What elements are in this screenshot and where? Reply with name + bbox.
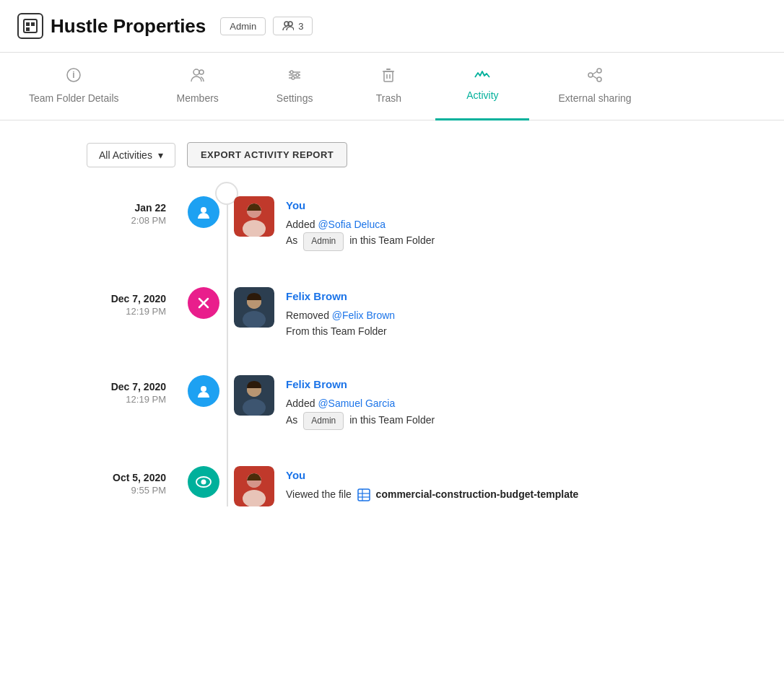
activity-actor-link[interactable]: Felix Brown [286, 378, 347, 390]
activity-description: Removed @Felix Brown From this Team Fold… [286, 307, 395, 340]
activity-time: 12:19 PM [43, 394, 166, 405]
role-badge: Admin [303, 232, 344, 250]
tab-members[interactable]: Members [148, 53, 248, 120]
tab-label: Team Folder Details [29, 92, 119, 104]
tab-activity[interactable]: Activity [435, 53, 529, 120]
svg-point-46 [243, 490, 266, 506]
activity-content: You Viewed the file commercial-construct… [286, 466, 578, 502]
svg-rect-48 [358, 489, 370, 501]
activity-avatar [234, 466, 274, 506]
activity-date-label: Oct 5, 2020 [43, 472, 166, 483]
svg-text:i: i [73, 70, 75, 80]
svg-point-40 [243, 399, 266, 416]
filter-button[interactable]: All Activities ▾ [87, 143, 175, 167]
activity-avatar [234, 375, 274, 416]
svg-point-13 [290, 71, 293, 74]
tab-label: External sharing [558, 92, 631, 104]
chevron-down-icon: ▾ [158, 149, 163, 161]
svg-rect-1 [26, 22, 30, 26]
activity-node-remove [188, 287, 219, 319]
external-sharing-icon [587, 67, 603, 87]
tab-label: Activity [466, 89, 498, 101]
activity-content: Felix Brown Added @Samuel Garcia As Admi… [286, 375, 435, 430]
timeline: Jan 22 2:08 PM You [43, 196, 741, 506]
mention[interactable]: @Sofia Deluca [318, 219, 386, 230]
activity-content: You Added @Sofia Deluca As Admin in this… [286, 196, 435, 251]
activity-time: 12:19 PM [43, 306, 166, 317]
role-badge: Admin [303, 412, 344, 430]
info-icon: i [66, 67, 82, 87]
tab-label: Settings [276, 92, 313, 104]
svg-point-23 [597, 77, 601, 82]
settings-icon [287, 67, 302, 87]
activity-item: Dec 7, 2020 12:19 PM Felix Br [43, 375, 741, 430]
file-name: commercial-construction-budget-template [376, 488, 579, 500]
svg-rect-16 [384, 71, 393, 82]
logo-icon [17, 13, 43, 39]
filter-label: All Activities [99, 149, 152, 161]
activity-icon [474, 67, 490, 84]
members-badge[interactable]: 3 [273, 17, 313, 35]
activity-description: Added @Sofia Deluca As Admin in this Tea… [286, 216, 435, 251]
svg-point-21 [597, 69, 601, 73]
activity-date: Jan 22 2:08 PM [43, 196, 188, 226]
members-count: 3 [298, 21, 303, 32]
activity-date: Dec 7, 2020 12:19 PM [43, 287, 188, 317]
svg-point-9 [199, 70, 204, 74]
svg-point-35 [243, 311, 266, 328]
svg-point-43 [201, 479, 206, 484]
tab-settings[interactable]: Settings [248, 53, 342, 120]
main-content: All Activities ▾ EXPORT ACTIVITY REPORT … [0, 120, 784, 564]
svg-point-14 [296, 74, 299, 76]
activity-actor-link[interactable]: You [286, 469, 305, 481]
mention[interactable]: @Samuel Garcia [318, 398, 395, 409]
svg-line-24 [593, 71, 597, 74]
svg-point-37 [201, 386, 206, 392]
tab-label: Members [177, 92, 219, 104]
svg-rect-0 [24, 19, 37, 32]
trash-icon [380, 67, 396, 87]
activity-item: Jan 22 2:08 PM You [43, 196, 741, 251]
svg-line-25 [593, 76, 597, 79]
tab-team-folder-details[interactable]: i Team Folder Details [0, 53, 148, 120]
activity-content: Felix Brown Removed @Felix Brown From th… [286, 287, 395, 340]
activity-item: Oct 5, 2020 9:55 PM You [43, 466, 741, 506]
svg-point-8 [193, 69, 199, 75]
app-logo: Hustle Properties [17, 13, 206, 39]
activity-description: Added @Samuel Garcia As Admin in this Te… [286, 395, 435, 430]
activity-node-user [188, 196, 219, 228]
svg-rect-2 [31, 22, 35, 26]
svg-rect-3 [26, 27, 30, 31]
tab-trash[interactable]: Trash [341, 53, 435, 120]
activity-actor-link[interactable]: You [286, 199, 305, 211]
activity-date-label: Dec 7, 2020 [43, 293, 166, 304]
activity-actor-link[interactable]: Felix Brown [286, 290, 347, 302]
top-header: Hustle Properties Admin 3 [0, 0, 784, 53]
tab-label: Trash [376, 92, 401, 104]
svg-point-22 [588, 73, 593, 77]
activity-time: 9:55 PM [43, 485, 166, 496]
app-title: Hustle Properties [51, 15, 206, 38]
toolbar: All Activities ▾ EXPORT ACTIVITY REPORT [87, 142, 741, 167]
tabs-nav: i Team Folder Details Members [0, 53, 784, 120]
activity-item: Dec 7, 2020 12:19 PM Felix Br [43, 287, 741, 340]
activity-date-label: Dec 7, 2020 [43, 381, 166, 392]
svg-point-29 [243, 220, 266, 237]
activity-node-user [188, 375, 219, 407]
svg-point-26 [201, 207, 206, 213]
admin-badge[interactable]: Admin [220, 17, 266, 35]
activity-avatar [234, 196, 274, 237]
members-icon [190, 67, 206, 87]
activity-description: Viewed the file commercial-construction-… [286, 486, 578, 502]
activity-date-label: Jan 22 [43, 202, 166, 214]
spreadsheet-icon [357, 488, 373, 500]
tab-external-sharing[interactable]: External sharing [529, 53, 660, 120]
mention[interactable]: @Felix Brown [332, 310, 395, 321]
activity-date: Dec 7, 2020 12:19 PM [43, 375, 188, 405]
activity-date: Oct 5, 2020 9:55 PM [43, 466, 188, 496]
activity-time: 2:08 PM [43, 215, 166, 226]
export-button[interactable]: EXPORT ACTIVITY REPORT [187, 142, 347, 167]
svg-point-15 [292, 76, 295, 79]
activity-node-eye [188, 466, 219, 498]
activity-avatar [234, 287, 274, 328]
